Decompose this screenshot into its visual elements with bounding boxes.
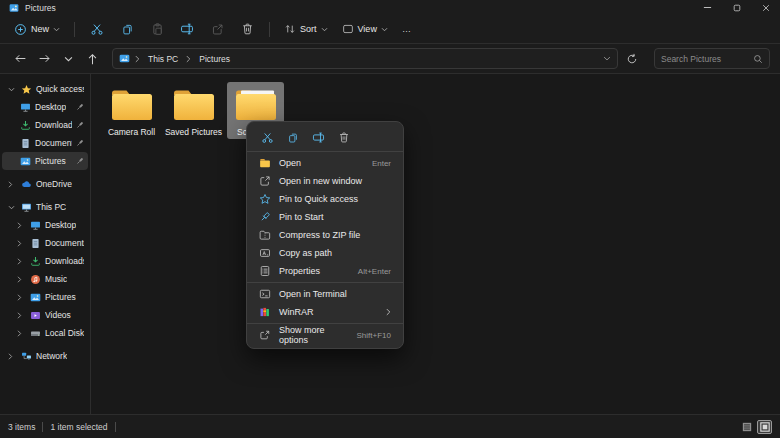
rename-button[interactable] — [173, 18, 201, 40]
menu-item-winrar[interactable]: WinRAR — [247, 303, 403, 321]
command-bar: New Sort View … — [0, 15, 780, 44]
sidebar-item-this-pc[interactable]: This PC — [2, 198, 88, 216]
menu-shortcut: Enter — [372, 159, 391, 168]
refresh-button[interactable] — [622, 49, 642, 69]
sidebar-item-network[interactable]: Network — [2, 347, 88, 365]
folder-tiles: Camera Roll Saved Pictures Scr — [103, 82, 780, 139]
chevron-right-icon[interactable] — [17, 330, 26, 337]
up-button[interactable] — [82, 49, 102, 69]
sidebar-item-downloads-qa[interactable]: Downloads — [2, 116, 88, 134]
paste-button[interactable] — [143, 18, 171, 40]
menu-item-label: Properties — [279, 266, 320, 276]
recent-locations-button[interactable] — [58, 49, 78, 69]
share-button[interactable] — [203, 18, 231, 40]
search-input[interactable] — [661, 54, 753, 64]
pictures-icon — [30, 292, 41, 303]
menu-item-open-in-terminal[interactable]: Open in Terminal — [247, 285, 403, 303]
menu-item-copy-as-path[interactable]: Copy as path — [247, 244, 403, 262]
sort-button[interactable]: Sort — [278, 20, 334, 38]
breadcrumb-pictures[interactable]: Pictures — [196, 53, 233, 65]
location-pictures-icon — [119, 53, 130, 64]
view-toggles — [739, 420, 772, 434]
sidebar-item-pictures-qa[interactable]: Pictures — [2, 152, 88, 170]
details-view-button[interactable] — [739, 420, 754, 434]
status-divider — [42, 422, 43, 432]
context-menu-quick-actions — [247, 125, 403, 149]
cut-button[interactable] — [83, 18, 111, 40]
window-title: Pictures — [25, 3, 56, 13]
chevron-down-icon[interactable] — [8, 87, 17, 92]
breadcrumb-chevron-icon — [135, 55, 140, 63]
document-icon — [30, 238, 41, 249]
file-explorer-window: Pictures New Sort View … — [0, 0, 780, 438]
sidebar-item-desktop-pc[interactable]: Desktop — [2, 216, 88, 234]
breadcrumb-this-pc[interactable]: This PC — [145, 53, 181, 65]
sidebar-item-music[interactable]: Music — [2, 270, 88, 288]
chevron-right-icon[interactable] — [17, 258, 26, 265]
sidebar-item-documents-qa[interactable]: Documents — [2, 134, 88, 152]
menu-item-pin-quick-access[interactable]: Pin to Quick access — [247, 190, 403, 208]
close-button[interactable] — [751, 0, 780, 15]
copy-button[interactable] — [113, 18, 141, 40]
sidebar-item-label: Local Disk (C:) — [45, 328, 84, 338]
large-thumbnails-view-button[interactable] — [757, 420, 772, 434]
chevron-right-icon[interactable] — [17, 240, 26, 247]
menu-item-properties[interactable]: Properties Alt+Enter — [247, 262, 403, 280]
delete-icon[interactable] — [338, 131, 350, 144]
pin-icon — [76, 157, 84, 165]
sort-arrows-icon — [284, 23, 296, 35]
delete-button[interactable] — [233, 18, 261, 40]
menu-item-open[interactable]: Open Enter — [247, 154, 403, 172]
maximize-button[interactable] — [722, 0, 751, 15]
sidebar-item-pictures-pc[interactable]: Pictures — [2, 288, 88, 306]
sidebar-item-downloads-pc[interactable]: Downloads — [2, 252, 88, 270]
sidebar-item-onedrive[interactable]: OneDrive — [2, 175, 88, 193]
star-outline-icon — [259, 193, 271, 205]
sidebar-item-documents-pc[interactable]: Documents — [2, 234, 88, 252]
desktop-icon — [20, 102, 31, 113]
search-box — [654, 48, 770, 69]
chevron-right-icon[interactable] — [17, 276, 26, 283]
view-icon — [342, 23, 354, 35]
new-button[interactable]: New — [8, 20, 66, 39]
minimize-button[interactable] — [693, 0, 722, 15]
folder-name: Camera Roll — [108, 127, 155, 139]
chevron-down-icon[interactable] — [8, 205, 17, 210]
copy-icon[interactable] — [287, 131, 299, 144]
menu-separator — [247, 282, 403, 283]
files-view[interactable]: Camera Roll Saved Pictures Scr — [91, 74, 780, 414]
cut-icon[interactable] — [261, 131, 274, 144]
sidebar-item-videos[interactable]: Videos — [2, 306, 88, 324]
sidebar-item-quick-access[interactable]: Quick access — [2, 80, 88, 98]
chevron-down-icon — [381, 27, 388, 32]
menu-item-open-new-window[interactable]: Open in new window — [247, 172, 403, 190]
ellipsis-icon: … — [402, 24, 412, 34]
navigation-pane: Quick access Desktop Downloads Documents… — [0, 74, 91, 414]
chevron-right-icon[interactable] — [8, 181, 17, 188]
menu-item-label: Compress to ZIP file — [279, 230, 360, 240]
folder-name: Saved Pictures — [165, 127, 222, 139]
menu-item-pin-start[interactable]: Pin to Start — [247, 208, 403, 226]
chevron-right-icon[interactable] — [17, 312, 26, 319]
sidebar-item-local-disk[interactable]: Local Disk (C:) — [2, 324, 88, 342]
menu-item-show-more-options[interactable]: Show more options Shift+F10 — [247, 326, 403, 344]
see-more-button[interactable]: … — [396, 21, 418, 37]
computer-icon — [21, 202, 32, 213]
chevron-right-icon[interactable] — [8, 353, 17, 360]
view-button[interactable]: View — [336, 20, 394, 38]
menu-item-label: WinRAR — [279, 307, 314, 317]
menu-item-compress-zip[interactable]: Compress to ZIP file — [247, 226, 403, 244]
folder-item-saved-pictures[interactable]: Saved Pictures — [165, 82, 222, 139]
document-icon — [20, 138, 31, 149]
chevron-right-icon[interactable] — [17, 222, 26, 229]
back-button[interactable] — [10, 49, 30, 69]
sort-button-label: Sort — [300, 24, 317, 34]
sidebar-item-desktop-qa[interactable]: Desktop — [2, 98, 88, 116]
address-dropdown-chevron-icon[interactable] — [603, 56, 611, 61]
forward-button[interactable] — [34, 49, 54, 69]
rename-icon[interactable] — [312, 131, 325, 144]
chevron-right-icon[interactable] — [17, 294, 26, 301]
address-bar[interactable]: This PC Pictures — [112, 48, 618, 69]
properties-icon — [259, 265, 271, 277]
folder-item-camera-roll[interactable]: Camera Roll — [103, 82, 160, 139]
